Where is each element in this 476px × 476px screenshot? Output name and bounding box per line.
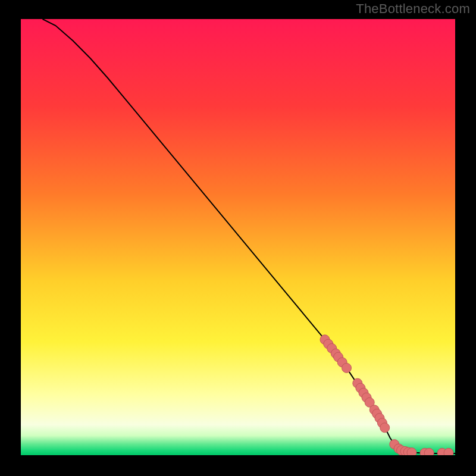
data-marker <box>380 423 390 433</box>
data-marker <box>342 363 352 372</box>
chart-frame: TheBottleneck.com <box>0 0 476 476</box>
data-marker <box>424 448 434 455</box>
gradient-background <box>21 19 455 455</box>
plot-area <box>21 19 455 455</box>
data-marker <box>407 448 416 455</box>
watermark-text: TheBottleneck.com <box>356 1 470 17</box>
plot-svg <box>21 19 455 455</box>
data-marker <box>444 448 453 455</box>
